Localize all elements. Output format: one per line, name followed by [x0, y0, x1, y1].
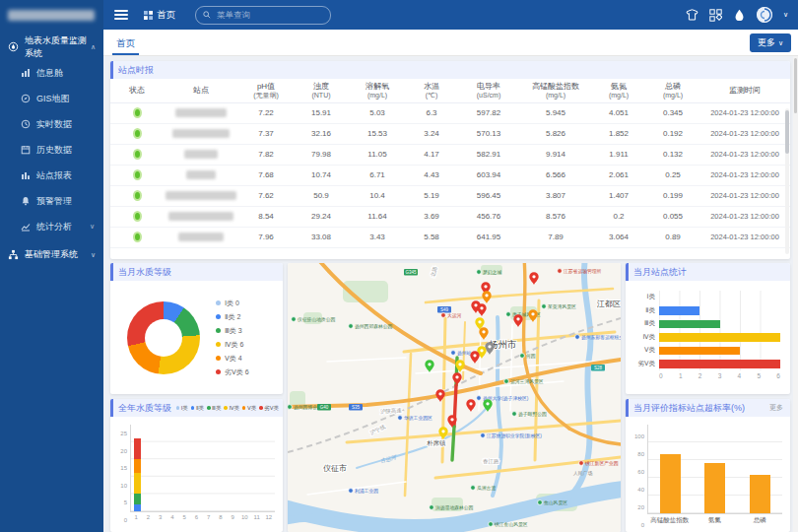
sidebar-item-realtime-data[interactable]: 实时数据	[0, 111, 103, 137]
map-label: 润扬湿地森林公园	[430, 504, 474, 511]
layout-component-icon[interactable]	[709, 9, 722, 22]
hbar-row: Ⅰ类	[632, 291, 780, 304]
column-header: 站点	[164, 79, 238, 102]
menu-toggle-icon[interactable]	[114, 10, 128, 20]
table-cell: 79.98	[294, 144, 349, 165]
map-label: 镇江金山风景区	[489, 522, 528, 527]
stats-analysis-icon	[21, 222, 31, 232]
water-drop-icon[interactable]	[733, 9, 746, 22]
sidebar-group-base-management[interactable]: 基础管理系统 ∨	[0, 241, 103, 268]
table-cell: 6.566	[520, 165, 591, 185]
table-row: 7.6250.910.45.19596.453.8071.4070.199202…	[110, 185, 790, 206]
panel-title-bar: 当月评价指标站点超标率(%) 更多	[626, 399, 790, 417]
sidebar-item-history-data[interactable]: 历史数据	[0, 137, 103, 163]
legend-item: Ⅰ类 0	[216, 299, 249, 308]
table-cell: 7.82	[238, 144, 294, 165]
gis-map-panel: G40S35G345S49S28 扬州市江都区仪征市朴席镇人民广场扬州西郊森林公…	[288, 263, 621, 532]
table-cell: 4.051	[591, 102, 646, 123]
svg-text:大运河: 大运河	[447, 313, 462, 318]
sidebar-item-station-report[interactable]: 站点报表	[0, 163, 103, 188]
station-name-redacted	[175, 108, 227, 117]
svg-text:扬州西郊森林公园: 扬州西郊森林公园	[355, 323, 393, 330]
table-cell: 2024-01-23 12:00:00	[699, 206, 790, 227]
page-scrollbar[interactable]	[793, 56, 798, 532]
map-label: 江苏旅游职业学院(新校区)	[481, 432, 543, 439]
exceedance-panel: 当月评价指标站点超标率(%) 更多 020406080100 高锰酸盐指数氨氮总…	[626, 399, 790, 532]
svg-text:朴席镇: 朴席镇	[427, 439, 446, 446]
table-cell: 0.25	[646, 165, 699, 185]
hbar-chart: Ⅰ类Ⅱ类Ⅲ类Ⅳ类Ⅴ类劣Ⅴ类 0123456	[626, 281, 790, 379]
theme-skin-icon[interactable]	[686, 9, 698, 22]
map-label: 朴席镇	[427, 439, 446, 446]
top-navbar: 首页 ∨	[103, 0, 798, 30]
svg-text:扬子颐野公园: 扬子颐野公园	[518, 411, 547, 418]
map-label: 扬州西郊森林公园	[349, 323, 393, 330]
hbar-row: Ⅱ类	[632, 304, 780, 318]
stacked-legend: Ⅰ类Ⅱ类Ⅲ类Ⅳ类Ⅴ类劣Ⅴ类	[176, 405, 279, 412]
org-tree-icon	[8, 249, 19, 260]
sidebar-item-label: 历史数据	[36, 144, 72, 157]
sidebar-item-alert-management[interactable]: 预警管理	[0, 188, 103, 214]
legend-item: Ⅳ类 6	[216, 340, 249, 350]
table-cell: 0.89	[646, 227, 699, 247]
sidebar-item-stats-analysis[interactable]: 统计分析 ∨	[0, 214, 103, 239]
sidebar-group-surface-water[interactable]: 地表水质量监测系统 ∧	[0, 33, 103, 60]
column-header: 水温(℃)	[406, 79, 457, 102]
legend-item: Ⅰ类	[176, 405, 188, 412]
svg-text:扬州东部客运枢纽交通中心: 扬州东部客运枢纽交通中心	[581, 334, 621, 341]
svg-text:镇江新区产业园: 镇江新区产业园	[584, 460, 619, 466]
sidebar-item-info[interactable]: 信息舱	[0, 60, 103, 86]
table-body: 7.2215.915.036.3597.825.9454.0510.345202…	[110, 102, 790, 247]
table-cell: 596.45	[457, 185, 520, 206]
user-avatar[interactable]	[757, 7, 772, 23]
svg-text:运河三湾风景区: 运河三湾风景区	[510, 378, 544, 384]
station-name-redacted	[184, 150, 218, 159]
table-cell: 10.74	[294, 165, 349, 185]
legend-item: 劣Ⅴ类 6	[216, 367, 249, 377]
table-cell: 0.055	[646, 206, 699, 227]
search-input[interactable]	[215, 9, 323, 21]
sidebar-menu: 地表水质量监测系统 ∧ 信息舱 GIS地图 实时数据 历史数据 站点报表	[0, 30, 103, 268]
status-dot-online	[133, 232, 142, 242]
table-row: 7.6810.746.714.43603.946.5662.0610.25202…	[110, 165, 790, 185]
svg-text:镇江金山风景区: 镇江金山风景区	[494, 522, 528, 527]
station-name-redacted	[166, 191, 236, 200]
column-header: 高锰酸盐指数(mg/L)	[520, 79, 591, 102]
table-cell: 29.24	[294, 206, 349, 227]
breadcrumb[interactable]: 首页	[144, 9, 175, 22]
sidebar-item-gis-map[interactable]: GIS地图	[0, 86, 103, 111]
tab-home[interactable]: 首页	[112, 34, 139, 55]
table-scrollbar[interactable]	[785, 108, 789, 254]
sidebar-item-label: 预警管理	[36, 195, 72, 208]
table-cell: 5.58	[406, 227, 457, 247]
map-canvas[interactable]: G40S35G345S49S28 扬州市江都区仪征市朴席镇人民广场扬州西郊森林公…	[288, 263, 621, 532]
column-header: 状态	[110, 79, 164, 102]
legend-item: 劣Ⅴ类	[259, 405, 279, 412]
table-cell: 3.24	[406, 123, 457, 144]
more-button[interactable]: 更多∨	[750, 33, 791, 52]
table-cell: 5.19	[406, 185, 457, 206]
table-row: 7.2215.915.036.3597.825.9454.0510.345202…	[110, 102, 790, 123]
annual-quality-panel: 全年水质等级 Ⅰ类Ⅱ类Ⅲ类Ⅳ类Ⅴ类劣Ⅴ类 0510152025 12345678…	[110, 399, 283, 532]
table-cell: 0.199	[646, 185, 699, 206]
table-cell: 4.17	[406, 144, 457, 165]
panel-more-link[interactable]: 更多	[769, 403, 783, 413]
table-cell: 641.95	[457, 227, 520, 247]
table-cell: 7.22	[238, 102, 294, 123]
svg-text:焦山风景区: 焦山风景区	[544, 500, 567, 505]
donut-ring	[127, 301, 200, 374]
svg-text:梦幻之城: 梦幻之城	[483, 269, 501, 276]
column-header: 总磷(mg/L)	[646, 79, 699, 102]
vbar-bar	[750, 475, 770, 513]
legend-item: Ⅲ类 3	[216, 326, 249, 336]
svg-text:G345: G345	[405, 270, 417, 275]
table-cell: 3.064	[591, 227, 646, 247]
chevron-down-icon: ∨	[90, 223, 95, 231]
station-name-redacted	[172, 129, 230, 138]
table-cell: 1.407	[591, 185, 646, 206]
table-cell: 570.13	[457, 123, 520, 144]
status-dot-online	[133, 149, 142, 160]
user-menu-caret-icon[interactable]: ∨	[783, 11, 788, 19]
sidebar-group-label: 基础管理系统	[25, 248, 78, 261]
realtime-clock-icon	[21, 119, 31, 129]
